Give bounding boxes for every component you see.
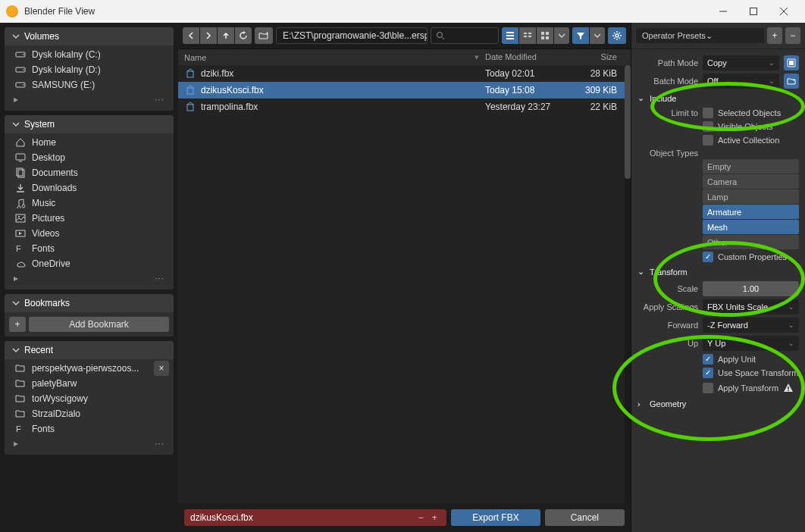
recent-item[interactable]: perspektywa-pierwszoos... [9, 361, 151, 376]
object-type-item[interactable]: Armature [703, 205, 799, 219]
column-date-header[interactable]: Date Modified [485, 52, 579, 62]
object-type-item[interactable]: Mesh [703, 220, 799, 234]
system-folder-icon [14, 228, 27, 239]
batch-own-dir-button[interactable]: + [784, 74, 799, 89]
window-maximize-button[interactable] [738, 0, 769, 23]
filter-dropdown[interactable] [590, 27, 605, 44]
warning-icon [782, 381, 795, 395]
apply-scalings-dropdown[interactable]: FBX Units Scale⌄ [703, 299, 799, 315]
system-item[interactable]: Desktop [9, 150, 169, 165]
column-size-header[interactable]: Size [579, 52, 625, 62]
system-header[interactable]: System [5, 115, 174, 133]
selected-objects-checkbox[interactable] [703, 108, 713, 118]
recent-item[interactable]: torWyscigowy [9, 391, 169, 406]
object-type-item[interactable]: Other [703, 235, 799, 249]
preset-add-button[interactable]: + [767, 27, 782, 44]
custom-properties-checkbox[interactable] [703, 252, 713, 262]
new-folder-button[interactable] [255, 27, 273, 44]
svg-rect-36 [187, 88, 193, 94]
add-bookmark-plus-button[interactable]: + [9, 317, 26, 332]
nav-refresh-button[interactable] [235, 27, 252, 44]
file-row[interactable]: trampolina.fbx Yesterday 23:27 22 KiB [178, 99, 631, 115]
volumes-header[interactable]: Volumes [5, 27, 174, 45]
nav-back-button[interactable] [183, 27, 199, 44]
up-dropdown[interactable]: Y Up⌄ [703, 336, 799, 351]
batch-mode-dropdown[interactable]: Off⌄ [703, 74, 779, 89]
filename-plus-button[interactable]: + [428, 512, 440, 523]
recent-item-label: torWyscigowy [32, 393, 88, 404]
volume-item[interactable]: Dysk lokalny (D:) [9, 62, 169, 77]
more-arrow-icon[interactable]: ▸ [14, 273, 19, 283]
view-list-horizontal-button[interactable] [519, 27, 536, 44]
recent-item[interactable]: paletyBarw [9, 376, 169, 391]
filename-input[interactable]: dzikusKosci.fbx −+ [184, 509, 446, 526]
nav-up-button[interactable] [218, 27, 234, 44]
more-dots-icon[interactable]: ··· [155, 438, 164, 449]
system-item[interactable]: Documents [9, 165, 169, 180]
system-item[interactable]: Music [9, 196, 169, 211]
settings-gear-button[interactable] [608, 27, 626, 44]
embed-textures-button[interactable] [784, 55, 799, 70]
system-item[interactable]: FFonts [9, 241, 169, 256]
more-arrow-icon[interactable]: ▸ [14, 94, 19, 105]
more-arrow-icon[interactable]: ▸ [14, 438, 19, 449]
geometry-section-header[interactable]: ›Geometry [631, 396, 805, 412]
view-options-dropdown[interactable] [554, 27, 569, 44]
recent-header[interactable]: Recent [5, 341, 174, 359]
operator-presets-dropdown[interactable]: Operator Presets⌄ [636, 28, 764, 43]
system-item[interactable]: Downloads [9, 180, 169, 196]
scrollbar-thumb[interactable] [625, 65, 631, 179]
volume-item[interactable]: Dysk lokalny (C:) [9, 47, 169, 62]
system-folder-icon [14, 258, 27, 269]
more-dots-icon[interactable]: ··· [155, 273, 164, 283]
file-list[interactable]: dziki.fbx Today 02:01 28 KiB dzikusKosci… [178, 65, 631, 503]
file-table-header: Name▾ Date Modified Size [178, 49, 631, 65]
object-type-item[interactable]: Lamp [703, 189, 799, 204]
svg-point-34 [615, 34, 619, 37]
include-section-header[interactable]: ⌄Include [631, 90, 805, 106]
recent-item[interactable]: StrzalDzialo [9, 406, 169, 421]
system-item[interactable]: Pictures [9, 211, 169, 226]
add-bookmark-button[interactable]: Add Bookmark [29, 317, 169, 332]
system-item-label: Music [32, 198, 55, 208]
object-type-item[interactable]: Empty [703, 159, 799, 174]
apply-unit-checkbox[interactable] [703, 354, 713, 365]
recent-remove-button[interactable]: × [154, 361, 169, 376]
scale-label: Scale [637, 284, 698, 293]
scale-input[interactable]: 1.00 [703, 281, 799, 296]
active-collection-checkbox[interactable] [703, 135, 713, 146]
file-list-scrollbar[interactable] [625, 65, 631, 503]
nav-forward-button[interactable] [200, 27, 217, 44]
path-mode-dropdown[interactable]: Copy⌄ [703, 55, 779, 70]
bookmarks-header[interactable]: Bookmarks [5, 294, 174, 312]
filename-minus-button[interactable]: − [415, 512, 427, 523]
use-space-transform-checkbox[interactable] [703, 368, 713, 378]
window-minimize-button[interactable] [708, 0, 738, 23]
object-type-item[interactable]: Camera [703, 174, 799, 189]
column-name-header[interactable]: Name▾ [184, 52, 485, 62]
view-thumbnails-button[interactable] [537, 27, 553, 44]
cancel-button[interactable]: Cancel [545, 509, 625, 526]
file-row[interactable]: dziki.fbx Today 02:01 28 KiB [178, 65, 631, 82]
view-list-vertical-button[interactable] [502, 27, 518, 44]
system-item[interactable]: OneDrive [9, 256, 169, 271]
volume-item[interactable]: SAMSUNG (E:) [9, 77, 169, 92]
recent-panel: Recent perspektywa-pierwszoos...×paletyB… [5, 341, 174, 455]
export-button[interactable]: Export FBX [451, 509, 540, 526]
path-input[interactable]: E:\ZST\programowanie-3d\ble...erspektywa… [276, 27, 428, 44]
system-item[interactable]: Videos [9, 226, 169, 241]
visible-objects-checkbox[interactable] [703, 121, 713, 132]
system-item[interactable]: Home [9, 135, 169, 150]
window-close-button[interactable] [769, 0, 799, 23]
apply-transform-checkbox[interactable] [703, 383, 713, 393]
transform-section-header[interactable]: ⌄Transform [631, 264, 805, 280]
preset-remove-button[interactable]: − [785, 27, 800, 44]
folder-icon [14, 408, 27, 419]
search-input[interactable] [431, 27, 499, 44]
file-row[interactable]: dzikusKosci.fbx Today 15:08 309 KiB [178, 82, 631, 99]
filter-button[interactable] [572, 27, 589, 44]
recent-item[interactable]: FFonts [9, 421, 169, 437]
selected-objects-label: Selected Objects [718, 108, 781, 117]
forward-dropdown[interactable]: -Z Forward⌄ [703, 318, 799, 333]
more-dots-icon[interactable]: ··· [155, 94, 164, 105]
